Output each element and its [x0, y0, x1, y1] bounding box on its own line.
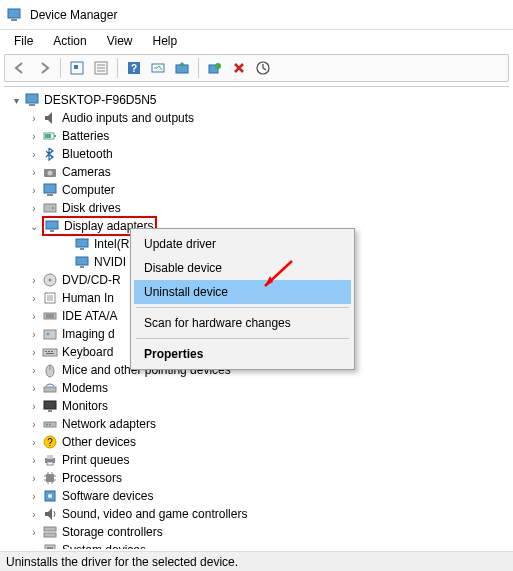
scan-hardware-button[interactable] [204, 57, 226, 79]
network-icon [42, 416, 58, 432]
tree-item[interactable]: ›Modems [4, 379, 509, 397]
computer-icon [42, 182, 58, 198]
menu-action[interactable]: Action [43, 32, 96, 50]
tree-root-label: DESKTOP-F96D5N5 [44, 93, 156, 107]
tree-item[interactable]: ›Storage controllers [4, 523, 509, 541]
context-uninstall-device[interactable]: Uninstall device [134, 280, 351, 304]
tree-item-label: DVD/CD-R [62, 273, 121, 287]
chevron-right-icon[interactable]: › [28, 310, 40, 322]
svg-rect-36 [44, 313, 56, 319]
menu-view[interactable]: View [97, 32, 143, 50]
chevron-right-icon[interactable]: › [28, 454, 40, 466]
svg-rect-24 [44, 204, 56, 212]
chevron-right-icon[interactable]: › [28, 508, 40, 520]
tree-item[interactable]: ›Cameras [4, 163, 509, 181]
tree-item[interactable]: ›System devices [4, 541, 509, 549]
chevron-right-icon[interactable]: › [28, 490, 40, 502]
tree-item-label: Keyboard [62, 345, 113, 359]
tree-item[interactable]: ›Computer [4, 181, 509, 199]
svg-rect-11 [176, 65, 188, 73]
menu-help[interactable]: Help [143, 32, 188, 50]
tree-item-label: Sound, video and game controllers [62, 507, 247, 521]
svg-rect-27 [50, 230, 54, 232]
chevron-right-icon[interactable]: › [28, 400, 40, 412]
svg-rect-18 [54, 135, 56, 137]
forward-button[interactable] [33, 57, 55, 79]
chevron-right-icon[interactable]: › [28, 184, 40, 196]
mouse-icon [42, 362, 58, 378]
chevron-right-icon[interactable]: › [28, 166, 40, 178]
context-disable-device[interactable]: Disable device [134, 256, 351, 280]
svg-rect-22 [44, 184, 56, 193]
svg-rect-1 [11, 19, 17, 21]
chevron-down-icon[interactable]: ⌄ [28, 220, 40, 232]
chevron-right-icon[interactable]: › [28, 526, 40, 538]
tree-item-label: Software devices [62, 489, 153, 503]
chevron-right-icon[interactable]: › [28, 436, 40, 448]
chevron-right-icon[interactable]: › [28, 130, 40, 142]
tree-root[interactable]: ▾ DESKTOP-F96D5N5 [4, 91, 509, 109]
chevron-right-icon[interactable]: › [28, 382, 40, 394]
context-scan-hardware[interactable]: Scan for hardware changes [134, 311, 351, 335]
chevron-right-icon[interactable]: › [28, 202, 40, 214]
disk-icon [42, 200, 58, 216]
svg-rect-23 [47, 194, 53, 196]
chevron-right-icon[interactable]: › [28, 274, 40, 286]
dvd-icon [42, 272, 58, 288]
tree-item[interactable]: ›Disk drives [4, 199, 509, 217]
tree-item-label: Network adapters [62, 417, 156, 431]
tree-item[interactable]: ›Monitors [4, 397, 509, 415]
statusbar-text: Uninstalls the driver for the selected d… [6, 555, 238, 569]
update-driver-button[interactable] [171, 57, 193, 79]
svg-rect-15 [26, 94, 38, 103]
uninstall-button[interactable] [228, 57, 250, 79]
tree-item[interactable]: ›Print queues [4, 451, 509, 469]
svg-point-53 [49, 424, 51, 426]
chevron-right-icon[interactable]: › [28, 346, 40, 358]
ide-icon [42, 308, 58, 324]
chevron-right-icon[interactable]: › [28, 364, 40, 376]
tree-item[interactable]: ›Network adapters [4, 415, 509, 433]
context-properties[interactable]: Properties [134, 342, 351, 366]
tree-item[interactable]: ›Software devices [4, 487, 509, 505]
toolbar-separator [117, 58, 118, 78]
chevron-right-icon[interactable]: › [28, 292, 40, 304]
svg-point-33 [49, 279, 52, 282]
scan-inline-button[interactable] [147, 57, 169, 79]
chevron-right-icon[interactable]: › [28, 472, 40, 484]
properties-button[interactable] [90, 57, 112, 79]
chevron-right-icon[interactable]: › [28, 328, 40, 340]
tree-item[interactable]: ›Processors [4, 469, 509, 487]
tree-item-label: Processors [62, 471, 122, 485]
back-button[interactable] [9, 57, 31, 79]
chevron-down-icon[interactable]: ▾ [10, 94, 22, 106]
chevron-right-icon[interactable]: › [28, 148, 40, 160]
svg-rect-28 [76, 239, 88, 247]
imaging-icon [42, 326, 58, 342]
tree-item[interactable]: ›Batteries [4, 127, 509, 145]
chevron-right-icon[interactable]: › [28, 418, 40, 430]
svg-point-52 [46, 424, 48, 426]
svg-rect-45 [46, 353, 54, 354]
chevron-right-icon[interactable]: › [28, 112, 40, 124]
show-hidden-button[interactable] [66, 57, 88, 79]
chevron-right-icon[interactable]: › [28, 544, 40, 549]
svg-rect-0 [8, 9, 20, 18]
svg-rect-3 [74, 65, 78, 69]
tree-item[interactable]: ›?Other devices [4, 433, 509, 451]
svg-rect-73 [47, 547, 53, 549]
context-update-driver[interactable]: Update driver [134, 232, 351, 256]
tree-item[interactable]: ›Sound, video and game controllers [4, 505, 509, 523]
tree-item-label: Monitors [62, 399, 108, 413]
tree-item[interactable]: ›Bluetooth [4, 145, 509, 163]
svg-rect-43 [48, 351, 50, 352]
tree-item-label: Imaging d [62, 327, 115, 341]
menu-file[interactable]: File [4, 32, 43, 50]
svg-point-25 [52, 207, 54, 209]
help-button[interactable]: ? [123, 57, 145, 79]
svg-rect-26 [46, 221, 58, 229]
tree-item[interactable]: ›Audio inputs and outputs [4, 109, 509, 127]
svg-rect-30 [76, 257, 88, 265]
add-legacy-button[interactable] [252, 57, 274, 79]
tree-item-label: System devices [62, 543, 146, 549]
